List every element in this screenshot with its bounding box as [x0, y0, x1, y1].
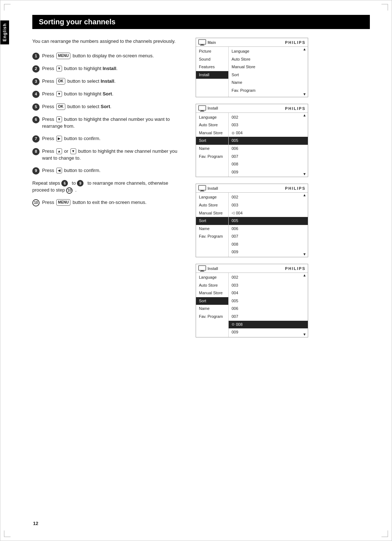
right-ch-007: 007 — [229, 153, 308, 161]
monitor-svg-3 — [198, 185, 206, 192]
right4-ch-007: 007 — [229, 313, 308, 321]
menu-item-manualstore-3: Manual Store — [196, 209, 228, 217]
menu-item-sort-3: Sort — [196, 217, 228, 225]
step-text-10: Press MENU button to exit the on-screen … — [42, 199, 147, 206]
tv-screen-3: Install PHILIPS Language Auto Store Manu… — [196, 184, 308, 257]
svg-rect-6 — [199, 185, 206, 190]
step-2: 2 Press ▼ button to highlight Install. — [32, 65, 185, 73]
step-5: 5 Press OK button to select Sort. — [32, 103, 185, 111]
philips-brand-3: PHILIPS — [285, 186, 306, 190]
right4-ch-003: 003 — [229, 282, 308, 290]
right4-ch-002: 002 — [229, 274, 308, 282]
right-ch-006: 006 — [229, 145, 308, 153]
right-item-favprogram: Fav. Program — [229, 87, 308, 95]
left-column: You can rearrange the numbers assigned t… — [32, 38, 185, 337]
tv-right-menu-1: Language Auto Store Manual Store Sort Na… — [229, 47, 308, 97]
tv-screen-2: Install PHILIPS Language Auto Store Manu… — [196, 104, 308, 177]
ok-button-icon-3: OK — [56, 78, 65, 85]
corner-tr — [381, 4, 388, 11]
right3-ch-009: 009 — [229, 248, 308, 256]
right-item-name: Name — [229, 79, 308, 87]
tv-screen-4: Install PHILIPS Language Auto Store Manu… — [196, 264, 308, 337]
right4-ch-005: 005 — [229, 297, 308, 305]
step-text-5: Press OK button to select Sort. — [42, 103, 111, 110]
tv-header-label-1: Main — [208, 41, 216, 45]
menu-button-icon-10: MENU — [56, 199, 70, 206]
menu-item-name-4: Name — [196, 305, 228, 313]
step-text-8: Press ▲ or ▼ button to highlight the new… — [42, 148, 185, 162]
page: English Sorting your channels You can re… — [0, 0, 392, 541]
tv-header-label-3: Install — [208, 187, 218, 190]
step-num-5: 5 — [32, 103, 40, 111]
proceed-step: 10 — [66, 187, 73, 194]
philips-brand-1: PHILIPS — [285, 40, 306, 45]
left-arrow-icon-3: ◁ — [232, 210, 234, 216]
left-arrow-icon-9: ◀ — [56, 168, 62, 173]
tv-screen-1: Main PHILIPS Picture Sound Features Inst… — [196, 38, 308, 97]
corner-bl — [4, 530, 11, 537]
menu-item-favprogram-4: Fav. Program — [196, 313, 228, 321]
repeat-step-from: 6 — [61, 180, 68, 187]
menu-item-language-3: Language — [196, 193, 228, 201]
svg-rect-4 — [201, 110, 204, 111]
tv-right-menu-4: 002 003 004 005 006 007 ⊙ 008 009 ▲ ▼ — [229, 273, 308, 337]
repeat-step-to: 9 — [77, 180, 83, 187]
right4-ch-004: 004 — [229, 289, 308, 297]
repeat-instruction: Repeat steps 6 to 9 to rearrange more ch… — [32, 180, 185, 194]
menu-item-favprogram-2: Fav. Program — [196, 153, 228, 161]
step-num-3: 3 — [32, 78, 40, 85]
scroll-down-1: ▼ — [303, 93, 306, 96]
right3-ch-003: 003 — [229, 201, 308, 209]
svg-rect-2 — [200, 45, 204, 46]
tv-header-2: Install PHILIPS — [196, 104, 308, 113]
step-text-3: Press OK button to select Install. — [42, 78, 115, 85]
step-text-2: Press ▼ button to highlight Install. — [42, 65, 118, 72]
right-item-manualstore: Manual Store — [229, 63, 308, 71]
step-num-2: 2 — [32, 65, 40, 73]
right-item-language: Language — [229, 48, 308, 56]
circle-icon-4: ⊙ — [232, 321, 234, 327]
menu-item-favprogram-3: Fav. Program — [196, 233, 228, 241]
tv-header-3: Install PHILIPS — [196, 184, 308, 193]
menu-item-features: Features — [196, 63, 228, 71]
monitor-svg-1 — [198, 39, 206, 46]
tv-monitor-icon-2: Install — [198, 105, 218, 112]
scroll-up-3: ▲ — [303, 193, 306, 197]
philips-brand-4: PHILIPS — [285, 266, 306, 271]
content-area: You can rearrange the numbers assigned t… — [32, 38, 370, 337]
svg-rect-1 — [201, 44, 204, 45]
svg-rect-9 — [199, 266, 206, 270]
down-arrow-icon-2: ▼ — [56, 66, 62, 71]
step-3: 3 Press OK button to select Install. — [32, 78, 185, 85]
step-num-9: 9 — [32, 167, 40, 175]
tv-monitor-icon-1: Main — [198, 39, 216, 46]
menu-item-sort-4: Sort — [196, 297, 228, 305]
menu-item-sort-2: Sort — [196, 137, 228, 145]
tv-header-1: Main PHILIPS — [196, 38, 308, 47]
svg-rect-8 — [200, 191, 204, 192]
up-arrow-icon-8: ▲ — [56, 148, 62, 154]
right4-ch-009: 009 — [229, 328, 308, 336]
tv-header-4: Install PHILIPS — [196, 264, 308, 273]
right-ch-005-highlighted: 005 — [229, 137, 308, 145]
menu-item-manualstore-4: Manual Store — [196, 289, 228, 297]
step-10: 10 Press MENU button to exit the on-scre… — [32, 199, 185, 206]
step-num-8: 8 — [32, 148, 40, 155]
right3-ch-006: 006 — [229, 225, 308, 233]
step-9: 9 Press ◀ button to confirm. — [32, 167, 185, 175]
right-ch-002: 002 — [229, 114, 308, 122]
tv-body-1: Picture Sound Features Install Language … — [196, 47, 308, 97]
right3-ch-005-highlighted: 005 — [229, 217, 308, 225]
svg-rect-7 — [201, 190, 204, 191]
menu-button-icon-1: MENU — [56, 53, 70, 59]
right-column: Main PHILIPS Picture Sound Features Inst… — [196, 38, 370, 337]
menu-item-autostore-4: Auto Store — [196, 282, 228, 290]
scroll-up-2: ▲ — [303, 114, 306, 117]
step-num-10: 10 — [32, 199, 40, 206]
svg-rect-11 — [200, 271, 204, 272]
right-item-sort: Sort — [229, 71, 308, 79]
step-text-1: Press MENU button to display the on-scre… — [42, 52, 154, 60]
page-number: 12 — [33, 521, 38, 526]
step-6: 6 Press ▼ button to highlight the channe… — [32, 116, 185, 130]
tv-header-label-4: Install — [208, 267, 218, 271]
